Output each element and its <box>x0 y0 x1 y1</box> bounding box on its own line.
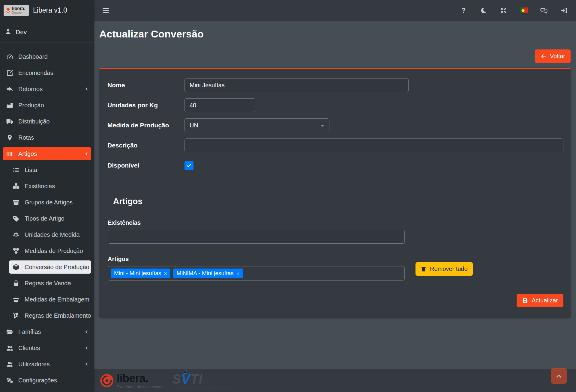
help-icon[interactable]: ? <box>459 6 468 15</box>
lock-icon <box>12 280 20 287</box>
existencias-input[interactable] <box>108 230 405 244</box>
descricao-input[interactable] <box>184 138 563 152</box>
sidebar-item-familias[interactable]: Famílias <box>3 325 91 338</box>
truck-icon <box>6 118 14 125</box>
sidebar-item-existencias[interactable]: Existências <box>9 180 91 193</box>
sidebar-item-lista[interactable]: Lista <box>9 163 91 177</box>
list-icon <box>12 166 20 174</box>
libera-swirl-icon <box>5 7 10 14</box>
sidebar-item-regras-de-venda[interactable]: Regras de Venda <box>9 277 91 290</box>
chevron-left-icon <box>84 362 89 367</box>
sidebar-item-grupos-de-artigos[interactable]: Grupos de Artigos <box>9 196 91 209</box>
trash-icon <box>421 266 427 272</box>
brand-logo-text: libera. <box>12 6 27 11</box>
artigos-tags-input[interactable]: Mini - Mini jesuítas×MINIMA - Mini jesuí… <box>108 266 405 281</box>
chevron-left-icon <box>84 152 89 156</box>
boxes-icon <box>12 182 20 190</box>
svti-eye-icon <box>184 370 187 374</box>
chevron-left-icon <box>84 346 89 350</box>
sidebar-item-medidas-de-producao[interactable]: Medidas de Produção <box>9 244 91 257</box>
list-icon <box>12 166 20 174</box>
nome-input[interactable] <box>184 78 409 92</box>
sidebar-item-producao[interactable]: Produção <box>3 99 91 112</box>
brand-link[interactable]: libera. Plataforma de encomendas Libera … <box>0 0 94 21</box>
sidebar-item-artigos[interactable]: Artigos <box>3 147 91 160</box>
medida-producao-label: Medida de Produção <box>106 122 184 129</box>
sidebar-toggle-button[interactable] <box>102 6 110 14</box>
save-icon <box>522 297 528 304</box>
chevron-left-icon <box>84 330 89 334</box>
conversion-form-card: Nome Unidades por Kg Medida de Produção … <box>99 68 571 318</box>
sidebar-item-label: Unidades de Medida <box>25 231 80 238</box>
truck-icon <box>6 117 14 126</box>
unidades-por-kg-input[interactable] <box>184 98 255 112</box>
map-marker-icon <box>6 134 14 141</box>
users-icon <box>6 344 14 352</box>
tag-remove-icon[interactable]: × <box>164 271 167 276</box>
reply-icon <box>6 85 14 93</box>
archive-box-icon <box>12 198 20 206</box>
sidebar-item-retornos[interactable]: Retornos <box>3 82 91 96</box>
sidebar-item-label: Existências <box>25 183 55 190</box>
sidebar-item-medidas-de-embalagem[interactable]: Medidas de Embalagem <box>9 293 91 306</box>
portugal-flag-icon[interactable] <box>520 6 528 15</box>
app-title: Libera v1.0 <box>33 6 67 14</box>
check-icon <box>186 162 192 168</box>
expand-icon[interactable] <box>500 6 508 15</box>
tag-icon <box>12 215 20 222</box>
sign-out-icon[interactable] <box>560 6 568 15</box>
footer-libera-text: libera. <box>117 373 164 384</box>
sidebar-item-utilizadores[interactable]: Utilizadores <box>3 358 91 371</box>
sidebar-item-label: Produção <box>18 102 44 109</box>
footer-svti-text: SVTI <box>172 373 232 386</box>
expand-icon <box>500 7 507 14</box>
medida-producao-select[interactable]: UN <box>184 118 329 132</box>
chevron-left-icon <box>84 152 89 156</box>
sign-out-icon <box>560 7 568 14</box>
footer: libera. Plataforma de encomendas SVTI so… <box>94 369 576 392</box>
users-gear-icon <box>6 360 14 368</box>
folder-open-icon <box>6 328 14 336</box>
moon-icon <box>480 7 487 14</box>
disponivel-checkbox[interactable] <box>184 161 194 170</box>
sidebar-item-unidades-de-medida[interactable]: Unidades de Medida <box>9 228 91 241</box>
actualizar-button[interactable]: Actualizar <box>517 294 563 307</box>
footer-svti-logo: SVTI soluções de vigilancia e tecnologia… <box>172 373 232 389</box>
tag-remove-icon[interactable]: × <box>236 271 239 276</box>
cube-icon <box>12 263 20 271</box>
sidebar-item-tipos-de-artigo[interactable]: Tipos de Artigo <box>9 212 91 225</box>
user-panel[interactable]: Dev <box>0 21 94 43</box>
sidebar-item-label: Regras de Embalamento <box>25 312 91 319</box>
sidebar-item-clientes[interactable]: Clientes <box>3 341 91 355</box>
portugal-flag-icon <box>520 7 528 13</box>
page-title: Actualizar Conversão <box>99 28 571 40</box>
sidebar-item-distribuicao[interactable]: Distribuição <box>3 115 91 128</box>
chevron-up-icon <box>555 372 563 380</box>
dolly-icon <box>12 312 20 320</box>
sidebar-item-configuracoes[interactable]: Configurações <box>3 374 91 387</box>
scroll-to-top-button[interactable] <box>551 368 567 384</box>
voltar-button[interactable]: Voltar <box>535 49 571 63</box>
gears-icon <box>6 377 14 384</box>
industry-icon <box>6 102 14 109</box>
sidebar-item-label: Dashboard <box>18 53 48 60</box>
chevron-left-icon <box>84 362 89 367</box>
comments-icon[interactable] <box>540 6 548 15</box>
moon-icon[interactable] <box>479 6 488 15</box>
user-name: Dev <box>16 28 27 36</box>
remover-tudo-button[interactable]: Remover tudo <box>416 262 473 276</box>
sidebar-item-regras-de-embalamento[interactable]: Regras de Embalamento <box>9 309 91 322</box>
artigos-section-title: Artigos <box>113 197 563 206</box>
sidebar-item-encomendas[interactable]: Encomendas <box>3 66 91 79</box>
sidebar-item-dashboard[interactable]: Dashboard <box>3 50 91 63</box>
sidebar-item-conversao-de-producao[interactable]: Conversão de Produção <box>9 260 91 274</box>
descricao-label: Descrição <box>106 142 184 149</box>
artigo-tag: MINIMA - Mini jesuítas× <box>173 269 243 278</box>
chevron-left-icon <box>84 330 89 334</box>
sidebar-item-rotas[interactable]: Rotas <box>3 131 91 144</box>
map-marker-icon <box>6 134 14 142</box>
folder-open-icon <box>6 328 14 336</box>
boxes-icon <box>12 183 20 190</box>
sidebar-item-label: Clientes <box>18 345 40 352</box>
dolly-icon <box>12 312 20 319</box>
